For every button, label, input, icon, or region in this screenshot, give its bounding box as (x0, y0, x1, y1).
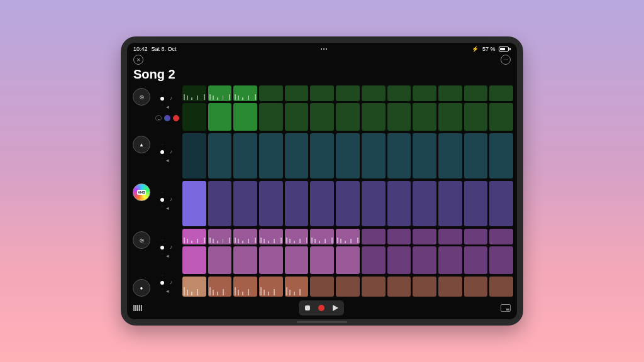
clip-cell[interactable] (310, 133, 334, 178)
clip-cell[interactable] (310, 103, 334, 131)
multitask-dots[interactable] (321, 48, 327, 50)
clip-cell[interactable] (285, 277, 309, 297)
instrument-drums[interactable]: ● (133, 279, 150, 297)
headphones-icon[interactable]: ♪ (168, 279, 174, 285)
clip-cell[interactable] (438, 133, 462, 178)
clip-cell[interactable] (208, 133, 232, 178)
clip-cell[interactable] (182, 85, 206, 101)
clip-cell[interactable] (413, 277, 436, 297)
speaker-icon[interactable]: ◂ (164, 288, 170, 294)
clip-cell[interactable] (182, 103, 206, 131)
stop-button[interactable] (301, 302, 314, 314)
speaker-icon[interactable]: ◂ (164, 157, 170, 163)
clip-cell[interactable] (208, 181, 232, 226)
clip-cell[interactable] (259, 229, 283, 244)
clip-cell[interactable] (336, 85, 360, 101)
headphones-icon[interactable]: ♪ (168, 244, 174, 250)
clip-cell[interactable] (310, 246, 334, 274)
clip-cell[interactable] (438, 181, 462, 226)
clip-cell[interactable] (387, 277, 411, 297)
app-switcher-icon[interactable] (501, 304, 511, 312)
instrument-synth-1[interactable]: ◎ (133, 88, 150, 106)
clip-cell[interactable] (413, 133, 436, 178)
clip-cell[interactable] (464, 229, 488, 244)
clip-cell[interactable] (285, 133, 309, 178)
clip-cell[interactable] (489, 133, 513, 178)
play-button[interactable] (329, 302, 341, 314)
clip-cell[interactable] (285, 103, 309, 131)
clip-cell[interactable] (310, 277, 334, 297)
clip-cell[interactable] (464, 133, 488, 178)
clip-cell[interactable] (489, 85, 513, 101)
fx-button[interactable] (164, 115, 170, 121)
volume-slider[interactable] (160, 150, 164, 154)
clip-cell[interactable] (438, 246, 462, 274)
headphones-icon[interactable]: ♪ (168, 196, 174, 202)
clip-cell[interactable] (233, 85, 257, 101)
record-button[interactable] (315, 302, 328, 314)
clip-cell[interactable] (489, 246, 513, 274)
clip-cell[interactable] (387, 181, 411, 226)
volume-slider[interactable] (160, 97, 164, 101)
speaker-icon[interactable]: ◂ (164, 205, 170, 211)
clip-cell[interactable] (208, 246, 232, 274)
clip-cell[interactable] (233, 246, 257, 274)
clip-cell[interactable] (336, 277, 360, 297)
clip-cell[interactable] (387, 103, 411, 131)
clip-cell[interactable] (182, 181, 206, 226)
volume-slider[interactable] (160, 246, 164, 250)
clip-cell[interactable] (310, 181, 334, 226)
clip-cell[interactable] (438, 277, 462, 297)
clip-cell[interactable] (336, 133, 360, 178)
clip-cell[interactable] (310, 85, 334, 101)
clip-cell[interactable] (285, 181, 309, 226)
clip-cell[interactable] (489, 277, 513, 297)
clip-cell[interactable] (259, 246, 283, 274)
clip-cell[interactable] (438, 229, 462, 244)
clip-cell[interactable] (387, 85, 411, 101)
clip-cell[interactable] (362, 277, 386, 297)
clip-cell[interactable] (208, 229, 232, 244)
clip-cell[interactable] (413, 181, 436, 226)
instrument-lead[interactable]: ▲ (133, 136, 150, 153)
clip-cell[interactable] (208, 85, 232, 101)
clip-cell[interactable] (387, 229, 411, 244)
clip-cell[interactable] (259, 133, 283, 178)
clip-cell[interactable] (489, 103, 513, 131)
clip-cell[interactable] (362, 246, 386, 274)
clip-cell[interactable] (489, 181, 513, 226)
clip-cell[interactable] (438, 103, 462, 131)
clip-cell[interactable] (285, 229, 309, 244)
clip-cell[interactable] (387, 246, 411, 274)
clip-cell[interactable] (336, 246, 360, 274)
clip-cell[interactable] (336, 229, 360, 244)
volume-slider[interactable] (160, 281, 164, 285)
clip-cell[interactable] (233, 181, 257, 226)
clip-cell[interactable] (362, 229, 386, 244)
clip-cell[interactable] (464, 85, 488, 101)
clip-cell[interactable] (182, 133, 206, 178)
clip-cell[interactable] (285, 85, 309, 101)
speaker-icon[interactable]: ◂ (164, 104, 170, 110)
clip-cell[interactable] (182, 277, 206, 297)
instrument-vhs[interactable]: VHS (133, 184, 150, 201)
clip-cell[interactable] (259, 103, 283, 131)
close-button[interactable] (133, 55, 143, 65)
clip-cell[interactable] (438, 85, 462, 101)
speaker-icon[interactable]: ◂ (164, 253, 170, 259)
headphones-icon[interactable]: ♪ (168, 95, 174, 101)
clip-cell[interactable] (464, 181, 488, 226)
clip-cell[interactable] (233, 103, 257, 131)
clip-cell[interactable] (464, 277, 488, 297)
clip-cell[interactable] (464, 246, 488, 274)
arm-record-button[interactable] (173, 115, 179, 121)
clip-cell[interactable] (259, 181, 283, 226)
clip-cell[interactable] (413, 103, 436, 131)
clip-cell[interactable] (387, 133, 411, 178)
clip-cell[interactable] (182, 229, 206, 244)
clip-cell[interactable] (285, 246, 309, 274)
clip-cell[interactable] (336, 103, 360, 131)
expand-button[interactable]: ⌄ (155, 115, 162, 121)
clip-cell[interactable] (259, 277, 283, 297)
clip-cell[interactable] (259, 85, 283, 101)
